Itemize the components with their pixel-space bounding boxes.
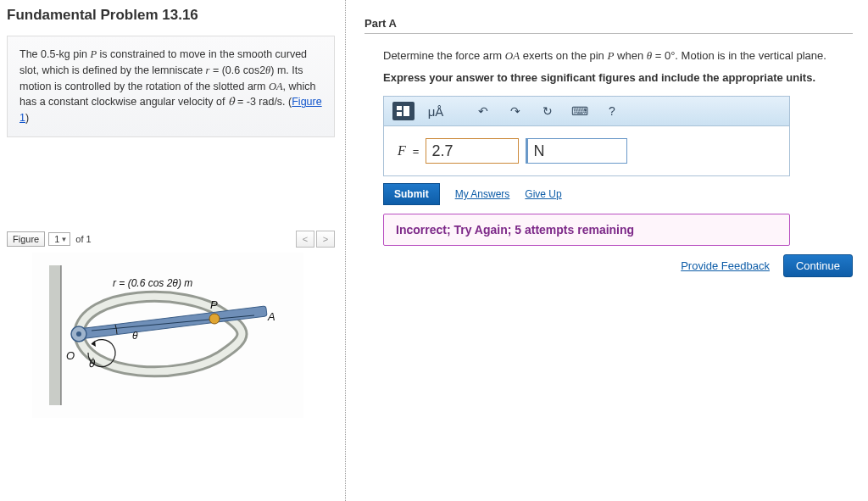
units-tool-button[interactable]: μÅ (425, 102, 447, 120)
svg-rect-11 (397, 112, 402, 116)
svg-point-6 (76, 331, 81, 337)
problem-title: Fundamental Problem 13.16 (7, 7, 335, 24)
continue-button[interactable]: Continue (783, 254, 853, 277)
provide-feedback-link[interactable]: Provide Feedback (681, 259, 770, 272)
answer-unit-input[interactable] (526, 138, 627, 164)
give-up-link[interactable]: Give Up (525, 188, 561, 200)
figure-next-button[interactable]: > (316, 231, 335, 248)
diagram-theta: θ (132, 330, 138, 342)
part-prompt: Determine the force arm OA exerts on the… (383, 49, 853, 63)
submit-button[interactable]: Submit (383, 183, 440, 205)
diagram-pt-o: O (66, 349, 75, 362)
answer-equals: = (413, 145, 420, 158)
figure-prev-button[interactable]: < (296, 231, 314, 248)
figure-of-text: of 1 (75, 234, 91, 244)
figure-diagram: r = (0.6 cos 2θ) m P A O θ θ̇ (32, 253, 303, 418)
diagram-curve-label: r = (0.6 cos 2θ) m (113, 277, 192, 289)
diagram-pt-p: P (210, 298, 218, 311)
answer-area: μÅ ↶ ↷ ↻ ⌨ ? F = (383, 96, 790, 176)
svg-point-7 (209, 314, 220, 324)
diagram-pt-a: A (267, 310, 275, 323)
feedback-message: Incorrect; Try Again; 5 attempts remaini… (383, 214, 790, 246)
part-header: Part A (364, 17, 853, 34)
figure-select[interactable]: 1 (48, 232, 70, 246)
figure-label-button[interactable]: Figure (7, 231, 45, 247)
problem-description: The 0.5-kg pin P is constrained to move … (7, 36, 335, 137)
template-tool-icon[interactable] (392, 102, 415, 120)
svg-rect-9 (397, 106, 402, 110)
keyboard-icon[interactable]: ⌨ (569, 102, 591, 120)
answer-toolbar: μÅ ↶ ↷ ↻ ⌨ ? (383, 96, 790, 126)
answer-variable: F (398, 143, 406, 159)
help-icon[interactable]: ? (601, 102, 623, 120)
answer-value-input[interactable] (426, 138, 519, 164)
svg-rect-1 (49, 265, 61, 405)
my-answers-link[interactable]: My Answers (455, 188, 510, 200)
undo-icon[interactable]: ↶ (472, 102, 494, 120)
reset-icon[interactable]: ↻ (537, 102, 559, 120)
svg-rect-10 (403, 106, 409, 116)
part-instruction: Express your answer to three significant… (383, 71, 853, 84)
redo-icon[interactable]: ↷ (504, 102, 526, 120)
